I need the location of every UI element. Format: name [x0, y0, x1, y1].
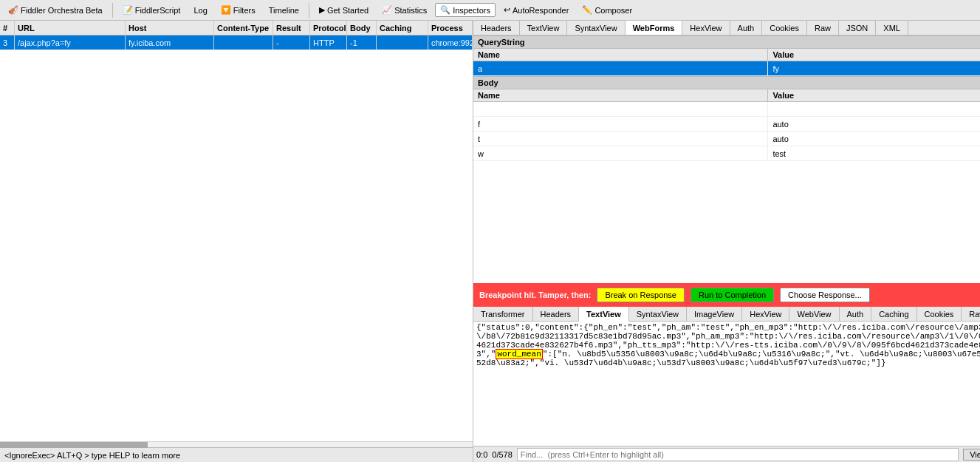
lower-tab-headers[interactable]: Headers [533, 307, 580, 321]
lower-section: Transformer Headers TextView SyntaxView … [473, 307, 980, 462]
lower-tabs-row: Transformer Headers TextView SyntaxView … [473, 307, 980, 322]
col-content-type: Content-Type [214, 21, 273, 35]
table-row[interactable]: f auto [473, 117, 980, 132]
body-name-0 [473, 102, 768, 117]
lower-tab-textview[interactable]: TextView [579, 307, 629, 322]
horizontal-scrollbar[interactable] [0, 441, 473, 447]
position-info: 0:0 [476, 450, 487, 459]
table-row[interactable]: w test [473, 146, 980, 161]
lower-tab-hexview[interactable]: HexView [742, 307, 789, 321]
col-body: Body [347, 21, 377, 35]
col-process: Process [428, 21, 473, 35]
col-num: # [0, 21, 15, 35]
lower-tab-caching[interactable]: Caching [871, 307, 916, 321]
response-text-after: ":["n. \u8bd5\u5356\u8003\u9a8c;\u6d4b\u… [476, 350, 980, 367]
inspectors-icon: 🔍 [440, 5, 450, 15]
upper-tabs-row: Headers TextView SyntaxView WebForms Hex… [473, 21, 980, 35]
log-btn[interactable]: Log [188, 4, 212, 17]
get-started-icon: ▶ [319, 5, 325, 15]
lower-statusbar: 0:0 0/578 View in Notepad ... [473, 446, 980, 462]
table-row[interactable] [473, 102, 980, 117]
tab-raw[interactable]: Raw [807, 21, 839, 35]
break-on-response-btn[interactable]: Break on Response [597, 288, 685, 302]
body-name-2: t [473, 132, 768, 146]
body-value-1: auto [768, 117, 980, 132]
row-host: fy.iciba.com [126, 35, 214, 50]
body-value-2: auto [768, 132, 980, 146]
toolbar-separator-2 [309, 3, 309, 18]
lower-tab-webview[interactable]: WebView [789, 307, 839, 321]
inspectors-btn[interactable]: 🔍 Inspectors [435, 3, 496, 17]
body-table: Name Value f auto t auto [473, 89, 980, 161]
qs-value-cell: fy [768, 61, 980, 76]
lower-tab-raw[interactable]: Raw [962, 307, 980, 321]
timeline-btn[interactable]: Timeline [264, 4, 304, 17]
tab-xml[interactable]: XML [876, 21, 908, 35]
run-to-completion-btn[interactable]: Run to Completion [691, 288, 774, 302]
row-url: /ajax.php?a=fy [15, 35, 126, 50]
lower-tab-transformer[interactable]: Transformer [473, 307, 533, 321]
filters-icon: 🔽 [221, 5, 231, 15]
table-row[interactable]: a fy [473, 61, 980, 76]
tab-json[interactable]: JSON [839, 21, 876, 35]
querystring-header: QueryString [473, 35, 980, 49]
tab-syntaxview[interactable]: SyntaxView [567, 21, 625, 35]
composer-btn[interactable]: ✏️ Composer [577, 3, 637, 17]
lower-tab-imageview[interactable]: ImageView [687, 307, 742, 321]
breakpoint-text: Breakpoint hit. Tamper, then: [479, 291, 591, 299]
body-value-3: test [768, 146, 980, 161]
tab-webforms[interactable]: WebForms [626, 21, 683, 35]
tab-cookies[interactable]: Cookies [762, 21, 807, 35]
table-row[interactable]: 3 /ajax.php?a=fy fy.iciba.com - HTTP -1 … [0, 35, 473, 50]
body-name-1: f [473, 117, 768, 132]
autoresponder-btn[interactable]: ↩ AutoResponder [498, 3, 574, 17]
request-list-panel: # URL Host Content-Type Result Protocol … [0, 21, 473, 462]
fiddlerscript-btn[interactable]: 📝 FiddlerScript [117, 3, 186, 17]
row-result: - [273, 35, 310, 50]
body-col-value: Value [768, 89, 980, 102]
orchestra-icon: 🎻 [8, 5, 18, 15]
row-body: -1 [347, 35, 377, 50]
script-icon: 📝 [123, 5, 133, 15]
querystring-table: Name Value a fy [473, 49, 980, 76]
response-content-area[interactable]: {"status":0,"content":{"ph_en":"test","p… [473, 322, 980, 446]
body-value-0 [768, 102, 980, 117]
qs-name-cell: a [473, 61, 768, 76]
table-row[interactable]: t auto [473, 132, 980, 146]
tab-hexview[interactable]: HexView [682, 21, 730, 35]
webforms-content: QueryString Name Value a fy [473, 35, 980, 283]
row-num: 3 [0, 35, 15, 50]
composer-icon: ✏️ [582, 5, 592, 15]
main-toolbar: 🎻 Fiddler Orchestra Beta 📝 FiddlerScript… [0, 0, 980, 21]
lower-tab-syntaxview[interactable]: SyntaxView [629, 307, 687, 321]
tab-headers[interactable]: Headers [473, 21, 520, 35]
lower-tab-auth[interactable]: Auth [840, 307, 872, 321]
status-text: <IgnoreExec> ALT+Q > type HELP to learn … [4, 451, 180, 460]
lower-tab-cookies[interactable]: Cookies [917, 307, 962, 321]
body-name-3: w [473, 146, 768, 161]
highlight-word: word_mean [496, 349, 542, 359]
request-rows: 3 /ajax.php?a=fy fy.iciba.com - HTTP -1 … [0, 35, 473, 441]
body-header: Body [473, 76, 980, 89]
breakpoint-bar: Breakpoint hit. Tamper, then: Break on R… [473, 283, 980, 307]
tab-auth[interactable]: Auth [730, 21, 763, 35]
find-input[interactable] [517, 448, 959, 461]
col-caching: Caching [377, 21, 428, 35]
row-process: chrome:9920 [428, 35, 473, 50]
fiddler-orchestra-btn[interactable]: 🎻 Fiddler Orchestra Beta [3, 3, 108, 17]
choose-response-btn[interactable]: Choose Response... [780, 288, 870, 302]
char-count: 0/578 [492, 450, 513, 459]
col-protocol: Protocol [310, 21, 347, 35]
get-started-btn[interactable]: ▶ Get Started [314, 3, 374, 17]
status-bar: <IgnoreExec> ALT+Q > type HELP to learn … [0, 447, 473, 462]
scrollbar-thumb[interactable] [0, 442, 148, 448]
filters-btn[interactable]: 🔽 Filters [216, 3, 261, 17]
qs-col-name: Name [473, 49, 768, 61]
qs-col-value: Value [768, 49, 980, 61]
table-header: # URL Host Content-Type Result Protocol … [0, 21, 473, 35]
col-host: Host [126, 21, 214, 35]
statistics-btn[interactable]: 📈 Statistics [377, 3, 432, 17]
statistics-icon: 📈 [382, 5, 392, 15]
tab-textview[interactable]: TextView [520, 21, 568, 35]
view-notepad-btn[interactable]: View in Notepad [963, 449, 980, 461]
